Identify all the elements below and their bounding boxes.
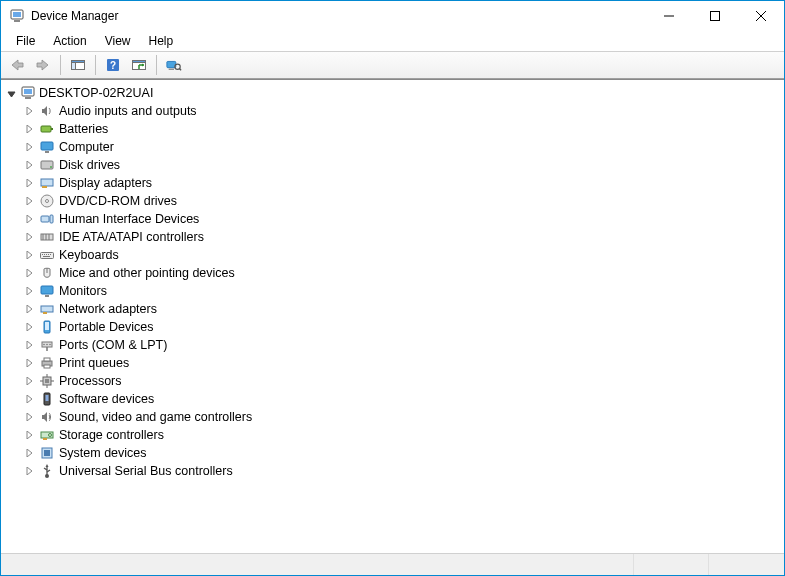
content-area: DESKTOP-02R2UAI Audio inputs and outputs… [1, 79, 784, 575]
chevron-right-icon[interactable] [21, 197, 37, 205]
chevron-right-icon[interactable] [21, 269, 37, 277]
network-icon [37, 301, 57, 317]
tree-category-label: Disk drives [57, 156, 122, 174]
statusbar [1, 553, 784, 575]
tree-category-label: Universal Serial Bus controllers [57, 462, 235, 480]
chevron-right-icon[interactable] [21, 125, 37, 133]
tree-category-label: Software devices [57, 390, 156, 408]
tree-category-row[interactable]: Software devices [21, 390, 782, 408]
chevron-right-icon[interactable] [21, 431, 37, 439]
svg-rect-48 [41, 306, 53, 312]
chevron-right-icon[interactable] [21, 377, 37, 385]
tree-category-row[interactable]: Disk drives [21, 156, 782, 174]
tree-category-label: Storage controllers [57, 426, 166, 444]
chevron-down-icon[interactable] [3, 89, 19, 98]
chevron-right-icon[interactable] [21, 359, 37, 367]
chevron-right-icon[interactable] [21, 305, 37, 313]
chevron-right-icon[interactable] [21, 449, 37, 457]
cpu-icon [37, 373, 57, 389]
chevron-right-icon[interactable] [21, 107, 37, 115]
toolbar-scan-hardware-button[interactable] [162, 54, 186, 76]
keyboard-icon [37, 247, 57, 263]
tree-category-label: Display adapters [57, 174, 154, 192]
chevron-right-icon[interactable] [21, 395, 37, 403]
menu-file[interactable]: File [7, 32, 44, 50]
tree-category-row[interactable]: Processors [21, 372, 782, 390]
menu-view[interactable]: View [96, 32, 140, 50]
system-device-icon [37, 445, 57, 461]
tree-category-row[interactable]: Batteries [21, 120, 782, 138]
battery-icon [37, 121, 57, 137]
close-button[interactable] [738, 1, 784, 31]
chevron-right-icon[interactable] [21, 215, 37, 223]
tree-category-label: Print queues [57, 354, 131, 372]
svg-point-53 [43, 344, 45, 346]
toolbar-back-button[interactable] [5, 54, 29, 76]
svg-rect-40 [44, 254, 45, 255]
svg-rect-22 [41, 126, 51, 132]
tree-category-row[interactable]: Monitors [21, 282, 782, 300]
tree-category-row[interactable]: Print queues [21, 354, 782, 372]
menu-help[interactable]: Help [140, 32, 183, 50]
chevron-right-icon[interactable] [21, 233, 37, 241]
tree-category-row[interactable]: Audio inputs and outputs [21, 102, 782, 120]
svg-point-27 [50, 166, 52, 168]
toolbar-forward-button[interactable] [31, 54, 55, 76]
status-cell [709, 554, 784, 575]
arrow-right-icon [35, 57, 51, 73]
tree-category-row[interactable]: DVD/CD-ROM drives [21, 192, 782, 210]
svg-point-55 [49, 344, 51, 346]
tree-category-row[interactable]: Storage controllers [21, 426, 782, 444]
svg-rect-20 [24, 89, 32, 94]
monitor-icon [37, 283, 57, 299]
tree-category-row[interactable]: Computer [21, 138, 782, 156]
chevron-right-icon[interactable] [21, 413, 37, 421]
tree-category-row[interactable]: System devices [21, 444, 782, 462]
svg-marker-75 [46, 464, 49, 467]
minimize-button[interactable] [646, 1, 692, 31]
chevron-right-icon[interactable] [21, 467, 37, 475]
chevron-right-icon[interactable] [21, 341, 37, 349]
tree-category-row[interactable]: Sound, video and game controllers [21, 408, 782, 426]
chevron-right-icon[interactable] [21, 143, 37, 151]
chevron-right-icon[interactable] [21, 323, 37, 331]
device-tree[interactable]: DESKTOP-02R2UAI Audio inputs and outputs… [1, 80, 784, 553]
chevron-right-icon[interactable] [21, 179, 37, 187]
svg-rect-33 [50, 215, 53, 223]
svg-rect-44 [43, 256, 50, 257]
toolbar-show-hide-button[interactable] [66, 54, 90, 76]
display-adapter-icon [37, 175, 57, 191]
tree-category-label: Keyboards [57, 246, 121, 264]
chevron-right-icon[interactable] [21, 161, 37, 169]
svg-rect-59 [44, 365, 50, 368]
tree-category-row[interactable]: Network adapters [21, 300, 782, 318]
disk-icon [37, 157, 57, 173]
chevron-right-icon[interactable] [21, 251, 37, 259]
svg-rect-29 [42, 186, 47, 188]
toolbar-help-button[interactable]: ? [101, 54, 125, 76]
menu-action[interactable]: Action [44, 32, 95, 50]
tree-category-row[interactable]: Ports (COM & LPT) [21, 336, 782, 354]
tree-category-row[interactable]: Display adapters [21, 174, 782, 192]
tree-category-label: Audio inputs and outputs [57, 102, 199, 120]
maximize-button[interactable] [692, 1, 738, 31]
tree-category-row[interactable]: Universal Serial Bus controllers [21, 462, 782, 480]
status-cell [1, 554, 634, 575]
toolbar-separator [95, 55, 96, 75]
help-icon: ? [105, 57, 121, 73]
svg-rect-21 [25, 97, 31, 99]
svg-rect-58 [44, 358, 50, 361]
chevron-right-icon[interactable] [21, 287, 37, 295]
scan-hardware-icon [166, 57, 182, 73]
svg-rect-47 [45, 295, 49, 297]
tree-category-row[interactable]: Keyboards [21, 246, 782, 264]
tree-category-row[interactable]: Human Interface Devices [21, 210, 782, 228]
tree-category-row[interactable]: Mice and other pointing devices [21, 264, 782, 282]
tree-root-row[interactable]: DESKTOP-02R2UAI [3, 84, 782, 102]
titlebar: Device Manager [1, 1, 784, 31]
toolbar-properties-button[interactable] [127, 54, 151, 76]
port-icon [37, 337, 57, 353]
tree-category-row[interactable]: IDE ATA/ATAPI controllers [21, 228, 782, 246]
tree-category-row[interactable]: Portable Devices [21, 318, 782, 336]
svg-rect-72 [44, 450, 50, 456]
